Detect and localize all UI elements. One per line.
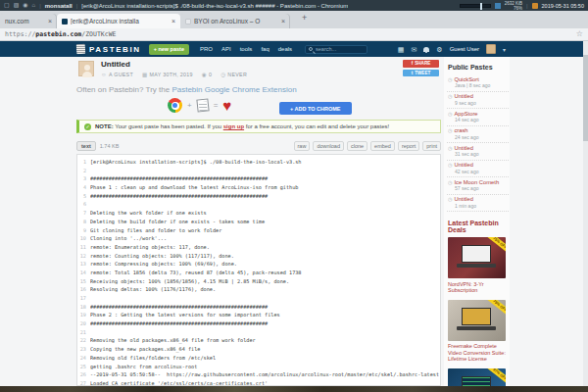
code-action-button[interactable]: print <box>422 141 441 151</box>
search-input[interactable]: search... <box>305 45 368 54</box>
public-paste-item[interactable]: ◷Untitled 1 min ago <box>447 195 509 213</box>
line-text: remote: Enumerating objects: 117, done. <box>90 243 440 252</box>
window-icon[interactable]: ▢ <box>4 0 10 11</box>
public-paste-item[interactable]: ◷AppStore 14 sec ago <box>447 109 509 126</box>
scrollbar-thumb[interactable] <box>583 55 588 141</box>
bookmark-star-icon[interactable]: ☆ <box>576 30 583 38</box>
paste-item-title[interactable]: Untitled <box>454 162 473 169</box>
line-text: Removing old files/folders from /etc/ske… <box>90 354 440 363</box>
guest-note-bar: ✓ NOTE: Your guest paste has been pasted… <box>76 120 441 133</box>
paste-date: ▦MAY 30TH, 2019 <box>142 72 193 77</box>
public-pastes-list: ◷QuickSort Java | 8 sec ago ◷Untitled 9 … <box>447 74 509 212</box>
new-tab-button[interactable]: + <box>302 14 307 23</box>
paste-item-title[interactable]: crash <box>454 127 467 134</box>
code-line: 22 Removing the old packages.x86_64 file… <box>77 336 440 345</box>
calendar-icon[interactable] <box>532 3 538 9</box>
line-text <box>90 200 440 209</box>
code-line: 4 Phase 1 : clean up and download the la… <box>77 183 440 192</box>
line-text: [erik@ArcoLinux installation-scripts]$ .… <box>90 158 440 167</box>
line-number: 18 <box>77 303 90 312</box>
home-icon[interactable]: ⌂ <box>32 0 36 11</box>
tweet-button[interactable]: tTWEET <box>403 70 439 77</box>
public-paste-item[interactable]: ◷Untitled 42 sec ago <box>447 161 509 178</box>
sidebar: Public Pastes ◷QuickSort Java | 8 sec ag… <box>444 57 510 386</box>
files-icon[interactable]: ▨ <box>14 0 20 11</box>
messages-icon[interactable]: ✉ <box>411 45 416 54</box>
line-text <box>90 167 440 175</box>
paste-item-title[interactable]: Untitled <box>454 93 473 100</box>
code-block[interactable]: 1 [erik@ArcoLinux installation-scripts]$… <box>76 154 441 386</box>
archive-icon[interactable]: ▦ <box>398 45 405 54</box>
tab-close-icon[interactable]: × <box>48 18 52 24</box>
facebook-icon: f <box>412 61 414 66</box>
code-action-button[interactable]: embed <box>370 141 395 151</box>
browser-tab[interactable]: nux.com × <box>0 14 57 28</box>
line-number: 11 <box>77 243 90 252</box>
code-line: 6 <box>77 200 440 209</box>
header-nav-item[interactable]: deals <box>278 46 292 52</box>
header-nav-item[interactable]: API <box>221 46 231 52</box>
public-paste-item[interactable]: ◷Untitled 31 sec ago <box>447 143 509 161</box>
new-paste-button[interactable]: + new paste <box>149 44 189 55</box>
line-number: 14 <box>77 269 90 277</box>
code-line: 26 --2019-05-31 05:50:58-- https://raw.g… <box>77 370 440 379</box>
public-paste-item[interactable]: ◷crash 24 sec ago <box>447 126 509 144</box>
address-bar[interactable]: https://pastebin.com/ZOUTKcWE ☆ <box>0 28 588 41</box>
browser-tab[interactable]: BYOI on ArcoLinux – O × <box>180 14 290 28</box>
panel-app-label: monsatall <box>45 3 73 9</box>
line-number: 6 <box>77 200 90 209</box>
public-paste-item[interactable]: ◷Ice Moon Cometh 57 sec ago <box>447 177 509 195</box>
add-to-chrome-button[interactable]: + ADD TO CHROME <box>279 102 352 115</box>
public-paste-item[interactable]: ◷Untitled 9 sec ago <box>447 92 509 110</box>
code-line: 12 remote: Counting objects: 100% (117/1… <box>77 252 440 261</box>
header-nav-item[interactable]: tools <box>240 46 253 52</box>
line-number: 1 <box>77 158 90 167</box>
code-action-button[interactable]: report <box>398 141 419 151</box>
header-nav-item[interactable]: PRO <box>200 46 213 52</box>
user-label[interactable]: Guest User <box>450 46 479 52</box>
facebook-share-button[interactable]: fSHARE <box>403 60 439 68</box>
chevron-down-icon[interactable]: ▾ <box>503 46 506 53</box>
brand-title[interactable]: PASTEBIN <box>89 45 141 54</box>
paste-item-title[interactable]: Untitled <box>454 196 473 203</box>
pastebin-logo-icon[interactable] <box>76 44 86 55</box>
extension-link[interactable]: Pastebin Google Chrome Extension <box>172 85 296 94</box>
settings-gear-icon[interactable]: ⚙ <box>436 45 442 54</box>
header-nav-item[interactable]: faq <box>261 46 269 52</box>
public-pastes-title: Public Pastes <box>448 64 509 71</box>
line-text: remote: Compressing objects: 100% (69/69… <box>90 260 440 269</box>
code-action-button[interactable]: download <box>313 141 344 151</box>
page-scrollbar[interactable] <box>583 41 588 386</box>
tab-title: [erik@ArcoLinux installa <box>71 18 169 24</box>
browser-icon[interactable]: ◉ <box>23 0 27 11</box>
deal-link[interactable]: NordVPN: 3-Yr Subscription <box>448 281 508 294</box>
line-number: 26 <box>77 370 90 379</box>
code-line: 24 Removing old files/folders from /etc/… <box>77 354 440 363</box>
deal-item[interactable]: 79% OFF Freemake Complete Video Conversi… <box>448 300 509 363</box>
deal-item[interactable]: 97% OFF The Complete White Hat... <box>448 368 509 387</box>
deal-item[interactable]: 75% OFF NordVPN: 3-Yr Subscription <box>448 237 509 294</box>
deal-link[interactable]: Freemake Complete Video Conversion Suite… <box>448 343 508 363</box>
paste-clock-icon: ◷ <box>448 76 452 83</box>
network-icon[interactable] <box>495 3 501 9</box>
code-action-button[interactable]: raw <box>294 141 311 151</box>
url-text[interactable]: https://pastebin.com/ZOUTKcWE <box>5 30 117 38</box>
deal-image[interactable]: 75% OFF <box>448 237 506 278</box>
line-text: Loaded CA certificate '/etc/ssl/certs/ca… <box>90 379 440 386</box>
tab-close-icon[interactable]: × <box>172 18 175 24</box>
line-text: Receiving objects: 100% (1856/1856), 4.1… <box>90 277 440 286</box>
syntax-badge[interactable]: text <box>76 141 96 151</box>
sign-up-link[interactable]: sign up <box>223 123 244 129</box>
alerts-bell-icon[interactable] <box>423 47 429 52</box>
volume-slider[interactable] <box>460 4 491 8</box>
tab-close-icon[interactable]: × <box>281 18 285 24</box>
plus-sign: + <box>187 101 192 110</box>
browser-tab[interactable]: [erik@ArcoLinux installa × <box>57 14 180 28</box>
deal-image[interactable]: 79% OFF <box>448 300 506 341</box>
line-number: 12 <box>77 252 90 261</box>
code-action-button[interactable]: clone <box>347 141 368 151</box>
deal-image[interactable]: 97% OFF <box>448 368 506 387</box>
public-paste-item[interactable]: ◷QuickSort Java | 8 sec ago <box>447 74 509 92</box>
url-scheme: https:// <box>5 30 35 38</box>
user-avatar[interactable] <box>486 44 496 54</box>
